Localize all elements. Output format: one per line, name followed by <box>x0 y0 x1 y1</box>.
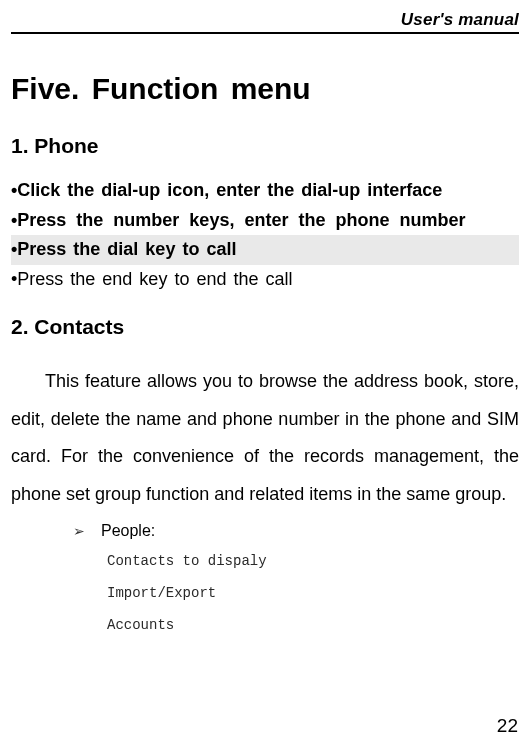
page-header: User's manual <box>11 10 519 34</box>
header-title: User's manual <box>401 10 519 29</box>
section-contacts-heading: 2. Contacts <box>11 315 519 339</box>
sub-import-export: Import/Export <box>11 586 519 600</box>
sub-contacts-display: Contacts to dispaly <box>11 554 519 568</box>
phone-bullet-3: •Press the dial key to call <box>11 235 519 265</box>
phone-bullet-1: •Click the dial-up icon, enter the dial-… <box>11 176 519 206</box>
phone-bullet-2: •Press the number keys, enter the phone … <box>11 206 519 236</box>
section-phone-heading: 1. Phone <box>11 134 519 158</box>
chevron-right-icon: ➢ <box>11 523 101 539</box>
people-list-item: ➢ People: <box>11 522 519 540</box>
phone-bullet-4: •Press the end key to end the call <box>11 265 519 295</box>
sub-accounts: Accounts <box>11 618 519 632</box>
page-number: 22 <box>497 715 518 737</box>
chapter-title: Five. Function menu <box>11 72 519 106</box>
people-label: People: <box>101 522 155 540</box>
contacts-paragraph: This feature allows you to browse the ad… <box>11 363 519 514</box>
